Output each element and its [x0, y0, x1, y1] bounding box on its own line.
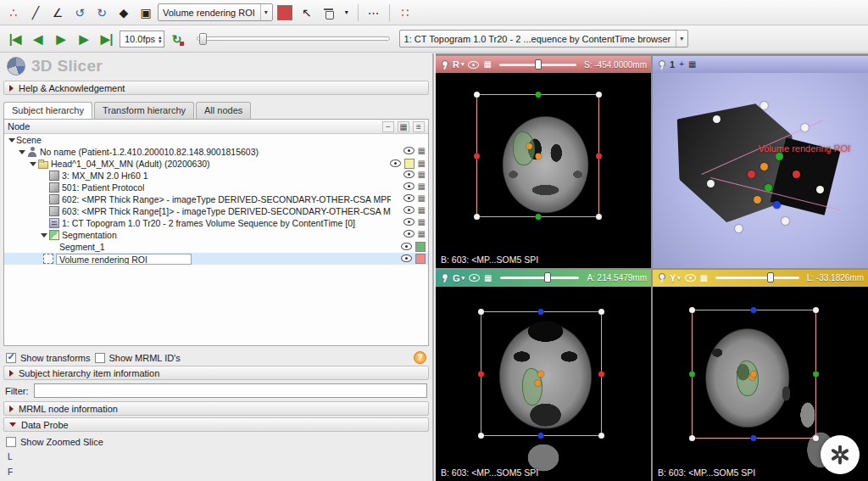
markup-open-curve-button[interactable]: ↺: [70, 3, 90, 23]
mrml-info-section-header[interactable]: MRML node information: [3, 401, 429, 416]
filter-input[interactable]: [34, 383, 428, 398]
roi-handle[interactable]: [474, 92, 480, 98]
roi-handle[interactable]: [598, 309, 604, 315]
roi-handle[interactable]: [748, 171, 755, 178]
layout-grid-icon[interactable]: ▦: [700, 274, 708, 282]
roi-handle[interactable]: [773, 201, 781, 209]
color-swatch[interactable]: [415, 254, 426, 264]
roi-handle[interactable]: [689, 435, 695, 441]
tree-item-patient[interactable]: No name (Patient-1.2.410.200010.82.148.9…: [4, 146, 428, 158]
slider-handle[interactable]: [199, 33, 207, 45]
grid-icon[interactable]: ▦: [418, 159, 426, 168]
tree-item-volume[interactable]: 602: <MPR Thick Range> - imageType DERIV…: [4, 193, 428, 205]
tree-item-study[interactable]: Head^1_04_MX_MN (Adult) (20200630) ▦: [4, 158, 428, 170]
roi-handle[interactable]: [760, 163, 768, 171]
roi-handle[interactable]: [735, 225, 743, 232]
layout-grid-icon[interactable]: ▦: [484, 274, 492, 282]
roi-handle[interactable]: [538, 309, 544, 315]
tree-item-segmentation[interactable]: Segmentation ▦: [4, 229, 428, 241]
grid-icon[interactable]: ▦: [418, 194, 426, 203]
tree-item-sequence[interactable]: 1: CT Topogram 1.0 Tr20 - 2 frames Volum…: [4, 217, 428, 229]
visibility-eye-icon[interactable]: [403, 147, 415, 154]
delete-options-button[interactable]: ▾: [341, 3, 353, 23]
roi-handle[interactable]: [776, 153, 783, 160]
view-label[interactable]: Y▾: [670, 273, 681, 283]
roi-handle[interactable]: [478, 371, 484, 377]
roi-handle[interactable]: [813, 371, 819, 377]
subject-info-section-header[interactable]: Subject hierarchy item information: [3, 366, 429, 380]
roi-handle[interactable]: [689, 307, 695, 313]
yellow-slice-canvas[interactable]: B: 603: <MP...SOM5 SPI: [653, 287, 868, 481]
view-label[interactable]: 1: [670, 59, 675, 70]
record-loop-button[interactable]: ↻: [167, 29, 187, 49]
markup-color-button[interactable]: [275, 3, 295, 23]
roi-handle[interactable]: [793, 171, 800, 178]
color-swatch[interactable]: [404, 159, 415, 169]
spin-down-icon[interactable]: ▾: [159, 39, 162, 43]
collapse-column-button[interactable]: −: [382, 121, 394, 132]
visibility-eye-icon[interactable]: [403, 206, 415, 214]
last-frame-button[interactable]: ▶|: [97, 29, 117, 49]
roi-handle[interactable]: [598, 433, 604, 439]
markup-closed-curve-button[interactable]: ↻: [92, 3, 112, 23]
markup-roi-button[interactable]: ▣: [136, 3, 156, 23]
color-swatch[interactable]: [415, 242, 426, 252]
sequence-frame-slider[interactable]: [197, 36, 390, 41]
grid-icon[interactable]: ▦: [418, 230, 426, 238]
help-section-header[interactable]: Help & Acknowledgement: [3, 81, 429, 95]
roi-handle[interactable]: [538, 371, 544, 377]
markup-point-list-button[interactable]: ∴: [3, 3, 24, 23]
visibility-eye-icon[interactable]: [403, 194, 415, 202]
show-zoomed-slice-checkbox[interactable]: [6, 437, 16, 447]
tree-item-roi-selected[interactable]: Volume rendering ROI: [4, 253, 428, 265]
markup-plane-button[interactable]: ◆: [114, 3, 134, 23]
expander-icon[interactable]: [40, 231, 48, 239]
pin-icon[interactable]: [657, 60, 665, 70]
roi-handle[interactable]: [801, 124, 809, 131]
markup-line-button[interactable]: ╱: [25, 3, 46, 23]
visibility-eye-icon[interactable]: [403, 182, 415, 190]
layout-grid-icon[interactable]: ▦: [688, 60, 696, 69]
visibility-eye-icon[interactable]: [401, 254, 412, 262]
grid-column-button[interactable]: ▦: [398, 121, 409, 132]
roi-handle[interactable]: [751, 371, 757, 377]
pin-icon[interactable]: [440, 60, 448, 70]
first-frame-button[interactable]: |◀: [5, 29, 25, 49]
pin-icon[interactable]: [657, 273, 665, 282]
crosshair-icon[interactable]: +: [679, 60, 684, 69]
roi-handle[interactable]: [535, 92, 541, 98]
visibility-eye-icon[interactable]: [401, 243, 412, 250]
grid-icon[interactable]: ▦: [418, 147, 426, 155]
roi-handle[interactable]: [754, 196, 761, 204]
show-mrml-ids-checkbox[interactable]: [95, 353, 105, 363]
red-slice-canvas[interactable]: B: 603: <MP...SOM5 SPI: [436, 73, 651, 268]
tree-item-segment[interactable]: Segment_1: [4, 241, 428, 253]
grid-icon[interactable]: ▦: [418, 182, 426, 191]
slice-visibility-eye-icon[interactable]: [685, 274, 696, 282]
roi-handle[interactable]: [478, 309, 484, 315]
roi-box[interactable]: [692, 310, 816, 438]
roi-handle[interactable]: [751, 307, 757, 313]
tree-item-volume[interactable]: 501: Patient Protocol ▦: [4, 182, 428, 193]
markup-angle-button[interactable]: ∠: [47, 3, 68, 23]
roi-handle[interactable]: [538, 433, 544, 439]
sequence-browser-selector[interactable]: 1: CT Topogram 1.0 Tr20 - 2 ...equence b…: [399, 30, 689, 48]
slider-handle[interactable]: [544, 272, 551, 282]
expander-icon[interactable]: [8, 136, 16, 144]
next-frame-button[interactable]: ▶: [74, 29, 94, 49]
roi-handle[interactable]: [596, 153, 602, 159]
play-button[interactable]: ▶: [51, 29, 71, 49]
slice-offset-slider[interactable]: [499, 64, 576, 66]
roi-box[interactable]: [481, 311, 601, 436]
roi-handle[interactable]: [689, 371, 695, 377]
expander-icon[interactable]: [29, 159, 37, 168]
markups-node-selector[interactable]: Volume rendering ROI ▾: [158, 3, 273, 21]
roi-handle[interactable]: [751, 435, 757, 441]
tab-all-nodes[interactable]: All nodes: [196, 102, 251, 119]
roi-handle[interactable]: [765, 184, 772, 192]
tree-item-volume[interactable]: 3: MX_MN 2.0 Hr60 1 ▦: [4, 170, 428, 182]
visibility-eye-icon[interactable]: [390, 159, 401, 167]
pin-icon[interactable]: [440, 273, 448, 282]
more-options-button[interactable]: ⋯: [364, 3, 384, 23]
view-label[interactable]: R▾: [453, 59, 464, 70]
